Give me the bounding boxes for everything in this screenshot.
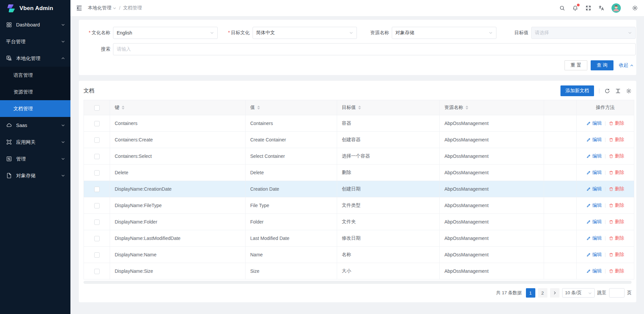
select-all-checkbox[interactable] [94,105,100,111]
avatar[interactable] [611,3,621,13]
sidebar-subitem-2-1[interactable]: 资源管理 [0,83,70,100]
cell-resource: AbpOssManagement [440,165,544,181]
sidebar-collapse-icon[interactable] [76,5,83,11]
fullscreen-icon[interactable] [585,5,591,11]
sidebar-subitem-2-0[interactable]: 语言管理 [0,67,70,83]
settings-gear-icon[interactable] [632,5,638,11]
column-header-2[interactable]: 目标值 [337,100,440,115]
delete-button[interactable]: 删除 [609,170,624,176]
chevron-up-icon [61,56,65,60]
edit-button[interactable]: 编辑 [586,170,602,176]
cell-resource: AbpOssManagement [440,197,544,214]
edit-button[interactable]: 编辑 [586,252,602,258]
filter-field-3: 目标值请选择 [497,27,637,39]
cell-empty [544,247,577,263]
cell-value: File Type [246,197,337,214]
table-row-1: Containers:CreateCreate Container创建容器Abp… [84,132,634,148]
cell-target: 文件类型 [337,197,440,214]
column-setting-gear-icon[interactable] [626,88,632,94]
row-checkbox[interactable] [94,137,100,143]
field-select-2[interactable]: 对象存储 [392,27,496,39]
row-checkbox[interactable] [94,203,100,208]
column-header-0[interactable]: 键 [110,100,246,115]
sort-icon[interactable] [257,106,260,110]
edit-button[interactable]: 编辑 [586,120,602,126]
table-row-6: DisplayName:FolderFolder文件夹AbpOssManagem… [84,214,634,230]
delete-button[interactable]: 删除 [609,268,624,274]
refresh-icon[interactable] [604,88,610,94]
row-checkbox[interactable] [94,269,100,274]
page-size-select[interactable]: 10 条/页 [562,288,595,298]
edit-button[interactable]: 编辑 [586,186,602,192]
edit-button[interactable]: 编辑 [586,137,602,143]
column-header-5: 操作方法 [577,100,634,115]
sidebar-subitem-2-2[interactable]: 文档管理 [0,100,70,117]
edit-button[interactable]: 编辑 [586,202,602,208]
delete-button[interactable]: 删除 [609,137,624,143]
edit-button[interactable]: 编辑 [586,153,602,159]
add-document-button[interactable]: 添加新文档 [560,85,594,96]
jump-page-input[interactable] [609,288,625,298]
query-button[interactable]: 查 询 [591,60,613,70]
sidebar-item-0[interactable]: Dashboard [0,16,70,33]
delete-button[interactable]: 删除 [609,186,624,192]
delete-button[interactable]: 删除 [609,252,624,258]
sidebar-item-1[interactable]: 平台管理 [0,33,70,50]
bell-icon[interactable] [572,5,578,11]
page-button-1[interactable]: 1 [526,288,535,298]
sidebar-item-5[interactable]: 管理 [0,150,70,167]
row-checkbox[interactable] [94,219,100,225]
delete-button[interactable]: 删除 [609,219,624,225]
sidebar-item-3[interactable]: Saas [0,117,70,134]
delete-button[interactable]: 删除 [609,202,624,208]
row-checkbox[interactable] [94,121,100,126]
sidebar-item-6[interactable]: 对象存储 [0,167,70,184]
row-checkbox[interactable] [94,187,100,192]
cell-empty [544,165,577,181]
field-select-1[interactable]: 简体中文 [253,27,357,39]
cell-target: 大小 [337,263,440,279]
sort-icon[interactable] [122,106,124,110]
cell-resource: AbpOssManagement [440,230,544,247]
row-height-icon[interactable] [615,88,621,94]
cell-value: Name [246,247,337,263]
column-header-1[interactable]: 值 [246,100,337,115]
notification-badge [577,4,580,6]
collapse-filter-link[interactable]: 收起 [619,62,634,68]
translate-icon[interactable] [598,5,604,11]
cell-empty [544,115,577,132]
cell-empty [544,132,577,148]
cell-target: 创建日期 [337,181,440,197]
reset-button[interactable]: 重 置 [565,60,587,70]
edit-button[interactable]: 编辑 [586,219,602,225]
sidebar-item-2[interactable]: 本地化管理 [0,50,70,67]
edit-button[interactable]: 编辑 [586,235,602,241]
table-row-8: DisplayName:NameName名称AbpOssManagement编辑… [84,247,634,263]
delete-button[interactable]: 删除 [609,153,624,159]
localization-icon [6,55,12,61]
delete-button[interactable]: 删除 [609,235,624,241]
search-icon[interactable] [559,5,565,11]
edit-button[interactable]: 编辑 [586,268,602,274]
column-header-3[interactable]: 资源名称 [440,100,544,115]
row-checkbox[interactable] [94,170,100,176]
next-page-button[interactable] [550,288,559,298]
breadcrumb-item-parent[interactable]: 本地化管理 [88,5,116,11]
action-divider [605,269,605,273]
logo[interactable]: Vben Admin [0,0,70,16]
horizontal-scrollbar[interactable] [84,281,632,284]
cell-target: 创建容器 [337,132,440,148]
search-input[interactable]: 请输入 [113,43,636,55]
field-select-0[interactable]: English [113,27,218,39]
delete-button[interactable]: 删除 [609,120,624,126]
row-checkbox[interactable] [94,252,100,258]
page-button-2[interactable]: 2 [538,288,547,298]
jump-suffix-label: 页 [627,290,632,296]
row-checkbox[interactable] [94,154,100,159]
cell-empty [544,214,577,230]
sort-icon[interactable] [466,106,468,110]
sidebar-item-4[interactable]: 应用网关 [0,134,70,150]
field-select-3[interactable]: 请选择 [531,27,636,39]
sort-icon[interactable] [358,106,361,110]
row-checkbox[interactable] [94,236,100,241]
